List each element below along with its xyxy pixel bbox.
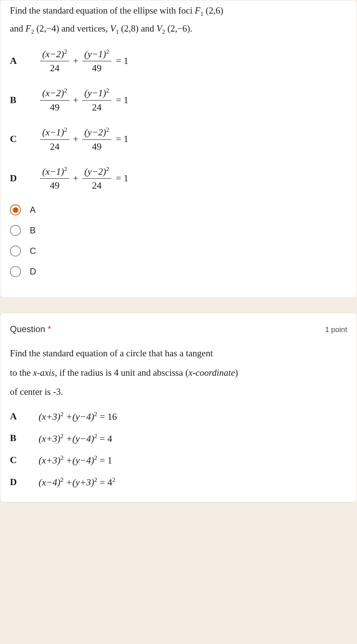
- q2-xcoord: x-coordinate: [188, 368, 235, 378]
- option-equation: (x−2)224+(y−1)249= 1: [39, 48, 129, 74]
- option-label: B: [10, 95, 39, 106]
- q2-title: Question: [10, 324, 48, 334]
- option-label: A: [10, 55, 39, 66]
- q1-f1-sub: 1: [201, 11, 203, 17]
- option-label: B: [10, 433, 39, 444]
- q1-f1-coords: (2,6): [206, 6, 223, 15]
- q1-v1-coords: (2,8): [121, 23, 139, 33]
- q1-option-A: A(x−2)224+(y−1)249= 1: [10, 48, 347, 74]
- q1-option-B: B(x−2)249+(y−1)224= 1: [10, 87, 347, 113]
- radio-option-B[interactable]: B: [10, 225, 347, 236]
- question-card-2: Question * 1 point Find the standard equ…: [0, 313, 357, 502]
- q2-options: A(x+3)2 +(y−4)2 = 16B(x+3)2 +(y−4)2 = 4C…: [10, 411, 347, 488]
- option-equation: (x+3)2 +(y−4)2 = 16: [39, 411, 117, 422]
- option-equation: (x−2)249+(y−1)224= 1: [39, 87, 129, 113]
- q1-v2-sub: 2: [162, 29, 165, 35]
- q2-option-D: D(x−4)2 +(y+3)2 = 42: [10, 476, 347, 488]
- radio-label: C: [30, 246, 36, 256]
- q2-option-C: C(x+3)2 +(y−4)2 = 1: [10, 454, 347, 466]
- radio-icon: [10, 204, 21, 215]
- radio-icon: [10, 245, 21, 256]
- q2-l1: Find the standard equation of a circle t…: [10, 348, 213, 358]
- q1-options: A(x−2)224+(y−1)249= 1B(x−2)249+(y−1)224=…: [10, 48, 347, 192]
- option-label: D: [10, 477, 39, 488]
- option-label: C: [10, 134, 39, 145]
- radio-option-A[interactable]: A: [10, 204, 347, 215]
- q1-vertices-pre: and vertices,: [61, 23, 110, 33]
- radio-label: A: [30, 205, 36, 215]
- q1-f2-sub: 2: [31, 29, 34, 35]
- q1-and2: and: [141, 23, 156, 33]
- radio-option-C[interactable]: C: [10, 245, 347, 256]
- q1-radio-group: ABCD: [10, 204, 347, 277]
- option-equation: (x+3)2 +(y−4)2 = 4: [39, 433, 112, 444]
- radio-icon: [10, 225, 21, 236]
- q1-text: Find the standard equation of the ellips…: [10, 6, 195, 15]
- option-label: D: [10, 173, 39, 184]
- option-label: A: [10, 411, 39, 422]
- radio-option-D[interactable]: D: [10, 266, 347, 277]
- q1-option-C: C(x−1)224+(y−2)249= 1: [10, 126, 347, 152]
- q1-v1: V: [110, 23, 116, 33]
- q1-v2: V: [156, 23, 162, 33]
- q1-v2-coords: (2,−6).: [167, 23, 192, 33]
- q1-option-D: D(x−1)249+(y−2)224= 1: [10, 165, 347, 192]
- option-label: C: [10, 455, 39, 466]
- q2-l2c: ): [235, 368, 238, 378]
- radio-icon: [10, 266, 21, 277]
- question-1-prompt: Find the standard equation of the ellips…: [10, 0, 347, 38]
- q2-l2b: , if the radius is 4 unit and abscissa (: [55, 368, 188, 378]
- question-2-prompt: Find the standard equation of a circle t…: [10, 342, 347, 402]
- radio-label: B: [30, 225, 36, 236]
- required-marker: *: [48, 324, 51, 334]
- q2-xaxis: x-axis: [33, 368, 55, 378]
- question-card-1: Find the standard equation of the ellips…: [0, 0, 357, 298]
- q2-header: Question * 1 point: [10, 313, 347, 342]
- q1-v1-sub: 1: [116, 29, 119, 35]
- q2-points: 1 point: [325, 325, 347, 334]
- q1-f2-coords: (2,−4): [36, 23, 59, 33]
- q2-l3: of center is -3.: [10, 387, 63, 397]
- q2-l2a: to the: [10, 368, 33, 378]
- radio-label: D: [30, 266, 36, 277]
- option-equation: (x−1)224+(y−2)249= 1: [39, 126, 129, 152]
- option-equation: (x+3)2 +(y−4)2 = 1: [39, 454, 112, 466]
- q1-f2: F: [25, 23, 31, 33]
- q2-option-A: A(x+3)2 +(y−4)2 = 16: [10, 411, 347, 422]
- q2-option-B: B(x+3)2 +(y−4)2 = 4: [10, 433, 347, 444]
- q1-f1: F: [195, 6, 200, 15]
- option-equation: (x−1)249+(y−2)224= 1: [39, 165, 129, 192]
- option-equation: (x−4)2 +(y+3)2 = 42: [39, 476, 115, 488]
- q1-and1: and: [10, 23, 25, 33]
